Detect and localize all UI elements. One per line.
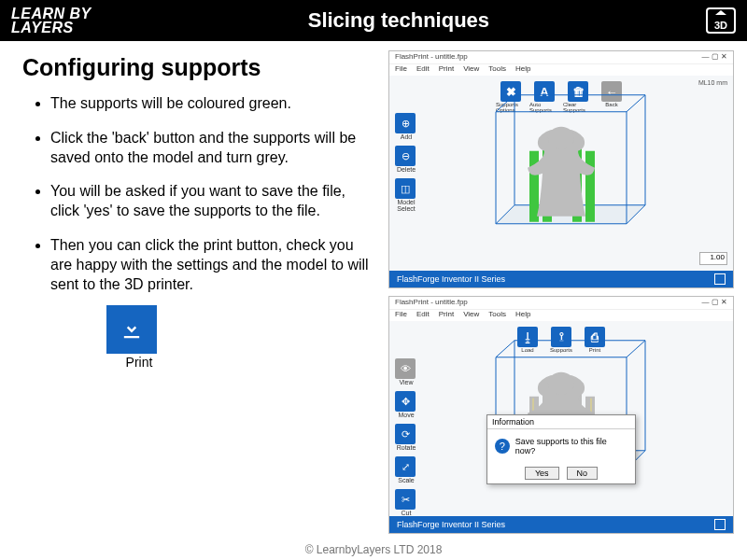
window-title: FlashPrint - untitle.fpp bbox=[395, 298, 468, 308]
menu-bar: FileEditPrintViewToolsHelp bbox=[389, 64, 733, 76]
bullet-item: Click the 'back' button and the supports… bbox=[50, 129, 377, 168]
move-button[interactable]: ✥ bbox=[395, 391, 416, 412]
svg-point-13 bbox=[548, 371, 574, 394]
header-bar: LEARN BY LAYERS Slicing techniques 3D bbox=[0, 0, 747, 41]
svg-rect-4 bbox=[585, 150, 595, 221]
svg-rect-1 bbox=[529, 150, 539, 221]
dialog-title: Information bbox=[487, 415, 635, 429]
print-label: Print bbox=[106, 355, 172, 370]
delete-button[interactable]: ⊖ bbox=[395, 146, 416, 166]
dialog-yes-button[interactable]: Yes bbox=[525, 467, 559, 480]
model-select-button[interactable]: ◫ bbox=[395, 178, 416, 199]
window-controls-icon: — ▢ ✕ bbox=[702, 298, 727, 308]
print-button-thumbnail: Print bbox=[106, 305, 172, 370]
zoom-readout: 1.00 bbox=[699, 252, 727, 265]
dialog-text: Save supports to this file now? bbox=[515, 437, 627, 455]
question-icon: ? bbox=[495, 439, 510, 454]
bullet-item: The supports will be coloured green. bbox=[50, 94, 377, 114]
window-controls-icon: — ▢ ✕ bbox=[702, 52, 727, 63]
status-icon bbox=[714, 519, 726, 530]
cut-button[interactable]: ✂ bbox=[395, 489, 416, 510]
bullet-item: You will be asked if you want to save th… bbox=[50, 182, 377, 221]
add-button[interactable]: ⊕ bbox=[395, 113, 416, 133]
menu-bar: FileEditPrintViewToolsHelp bbox=[389, 310, 733, 321]
screenshot-supports-green: FlashPrint - untitle.fpp— ▢ ✕ FileEditPr… bbox=[388, 50, 734, 288]
section-heading: Configuring supports bbox=[22, 54, 377, 81]
slide-title: Slicing techniques bbox=[92, 8, 706, 33]
copyright: © LearnbyLayers LTD 2018 bbox=[0, 543, 747, 556]
window-title: FlashPrint - untitle.fpp bbox=[395, 52, 468, 63]
text-column: Configuring supports The supports will b… bbox=[0, 41, 388, 545]
svg-point-5 bbox=[548, 126, 574, 148]
print-icon bbox=[106, 305, 157, 354]
status-text: FlashForge Inventor II Series bbox=[397, 274, 505, 284]
printer-3d-icon: 3D bbox=[706, 7, 736, 34]
status-icon bbox=[714, 273, 726, 285]
side-toolbar: ⊕Add ⊖Delete ◫Model Select bbox=[395, 113, 417, 212]
side-toolbar: 👁View ✥Move ⟳Rotate ⤢Scale ✂Cut bbox=[395, 358, 417, 516]
brand-logo: LEARN BY LAYERS bbox=[11, 7, 92, 35]
save-dialog: Information ?Save supports to this file … bbox=[486, 414, 636, 484]
screenshot-save-dialog: FlashPrint - untitle.fpp— ▢ ✕ FileEditPr… bbox=[388, 296, 734, 534]
scale-button[interactable]: ⤢ bbox=[395, 456, 416, 477]
rotate-button[interactable]: ⟳ bbox=[395, 424, 416, 444]
dialog-no-button[interactable]: No bbox=[567, 467, 599, 480]
bullet-item: Then you can click the print button, che… bbox=[50, 236, 377, 294]
status-text: FlashForge Inventor II Series bbox=[397, 520, 505, 529]
view-button[interactable]: 👁 bbox=[395, 358, 416, 379]
scale-label: ML10 mm bbox=[698, 79, 727, 86]
